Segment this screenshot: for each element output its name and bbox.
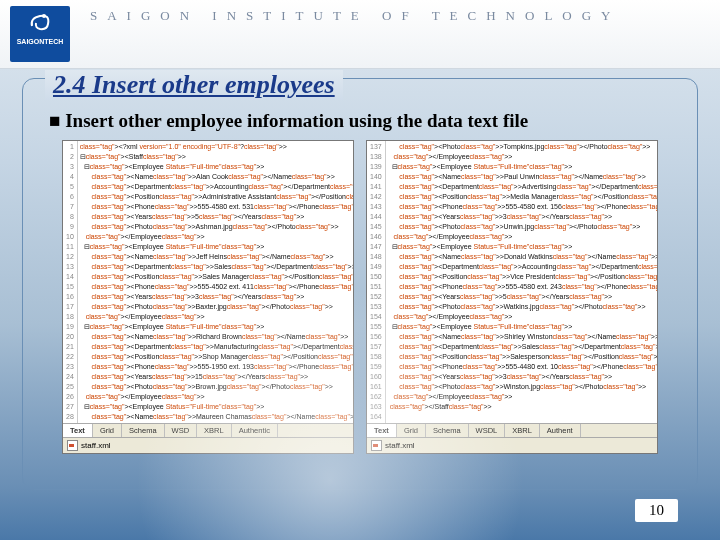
code-right[interactable]: class="tag"><Photoclass="tag">>Tompkins.…	[386, 141, 657, 423]
view-tab-wsd[interactable]: WSD	[165, 424, 198, 437]
institution-title: SAIGON INSTITUTE OF TECHNOLOGY	[90, 8, 621, 24]
view-tab-wsdl[interactable]: WSDL	[469, 424, 506, 437]
view-tab-authent[interactable]: Authent	[540, 424, 581, 437]
file-icon	[67, 440, 78, 451]
view-tab-authentic[interactable]: Authentic	[232, 424, 278, 437]
view-tabs-right: TextGridSchemaWSDLXBRLAuthent	[367, 423, 657, 437]
editor-right: 137 138 139 140 141 142 143 144 145 146 …	[366, 140, 658, 454]
file-tab-right[interactable]: staff.xml	[367, 437, 657, 453]
logo-text: SAIGONTECH	[10, 38, 70, 45]
file-tab-left[interactable]: staff.xml	[63, 437, 353, 453]
slide-frame: 2.4 Insert other employees ■ Insert othe…	[22, 78, 698, 490]
view-tab-text[interactable]: Text	[63, 424, 93, 437]
logo: SAIGONTECH	[10, 6, 70, 62]
header-bar: SAIGONTECH SAIGON INSTITUTE OF TECHNOLOG…	[0, 0, 720, 69]
view-tab-grid[interactable]: Grid	[93, 424, 122, 437]
filename-left: staff.xml	[81, 441, 111, 450]
editor-panes: 1 2 3 4 5 6 7 8 9 10 11 12 13 14 15 16 1…	[41, 140, 679, 454]
bullet-text: ■ Insert other employee information usin…	[49, 110, 679, 132]
page-number: 10	[635, 499, 678, 522]
filename-right: staff.xml	[385, 441, 415, 450]
view-tab-schema[interactable]: Schema	[122, 424, 165, 437]
code-left[interactable]: class="tag"><?xml version="1.0" encoding…	[78, 141, 353, 423]
view-tab-xbrl[interactable]: XBRL	[505, 424, 540, 437]
file-icon	[371, 440, 382, 451]
swirl-icon	[28, 12, 52, 36]
view-tabs-left: TextGridSchemaWSDXBRLAuthentic	[63, 423, 353, 437]
view-tab-grid[interactable]: Grid	[397, 424, 426, 437]
gutter-right: 137 138 139 140 141 142 143 144 145 146 …	[367, 141, 386, 423]
svg-point-0	[42, 14, 46, 18]
view-tab-text[interactable]: Text	[367, 424, 397, 437]
gutter-left: 1 2 3 4 5 6 7 8 9 10 11 12 13 14 15 16 1…	[63, 141, 78, 423]
section-title: 2.4 Insert other employees	[45, 70, 343, 100]
view-tab-xbrl[interactable]: XBRL	[197, 424, 232, 437]
editor-left: 1 2 3 4 5 6 7 8 9 10 11 12 13 14 15 16 1…	[62, 140, 354, 454]
view-tab-schema[interactable]: Schema	[426, 424, 469, 437]
